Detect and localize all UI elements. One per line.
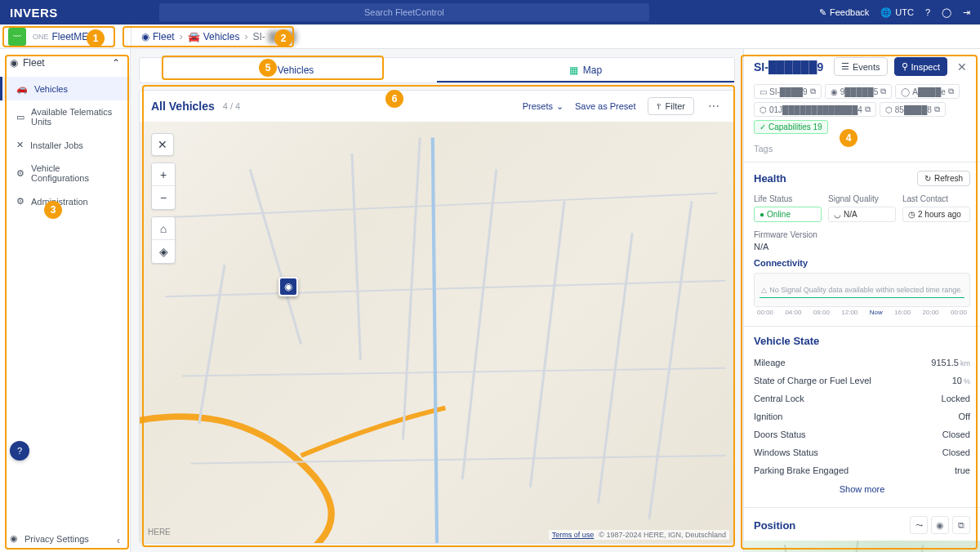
check-icon: ✓ <box>760 122 766 131</box>
connectivity-chart: △No Signal Quality data available within… <box>754 273 970 307</box>
annotation-6: 6 <box>385 90 403 108</box>
tools-icon: ✕ <box>16 140 24 150</box>
minimap[interactable] <box>744 541 980 552</box>
copy-icon[interactable]: ⧉ <box>952 516 970 534</box>
contact-label: Last Contact <box>902 194 970 203</box>
breadcrumb-fleet[interactable]: ◉Fleet <box>141 31 175 42</box>
close-panel-button[interactable]: ✕ <box>954 59 970 75</box>
help-float-button[interactable]: ? <box>10 441 29 461</box>
help-icon[interactable]: ? <box>925 7 930 17</box>
user-icon[interactable]: ◯ <box>942 7 951 18</box>
annotation-4: 4 <box>840 129 858 147</box>
detail-chip[interactable]: ◯A████e⧉ <box>895 84 960 99</box>
layers-button[interactable]: ◈ <box>152 240 175 263</box>
inspect-button[interactable]: ⚲Inspect <box>894 57 947 76</box>
connectivity-title: Connectivity <box>754 258 970 268</box>
sidebar-privacy[interactable]: ◉Privacy Settings <box>0 525 130 552</box>
tags-field[interactable]: Tags <box>744 140 980 162</box>
pin-icon[interactable]: ◉ <box>931 516 949 534</box>
sidebar-collapse[interactable]: ‹ <box>112 534 125 547</box>
zoom-out-button[interactable]: − <box>152 186 175 209</box>
box-icon: ▭ <box>16 112 24 122</box>
tabs: 🏍Vehicles ▦Map <box>139 57 735 83</box>
logo: INVERS <box>10 6 58 20</box>
show-more-button[interactable]: Show more <box>754 479 970 499</box>
globe-icon: 🌐 <box>880 7 892 18</box>
search-icon: ⚲ <box>902 61 908 72</box>
zoom-in-button[interactable]: + <box>152 163 175 186</box>
detail-chip[interactable]: ▭SI-████9⧉ <box>754 84 822 99</box>
annotation-2: 2 <box>274 29 292 47</box>
top-bar: INVERS Search FleetControl ✎Feedback 🌐UT… <box>0 0 980 24</box>
timezone-selector[interactable]: 🌐UTC <box>880 7 914 18</box>
state-row: State of Charge or Fuel Level10% <box>754 372 970 390</box>
sidebar-item-admin[interactable]: ⚙Administration <box>0 189 130 213</box>
filter-icon: ⫯ <box>657 101 662 111</box>
chevron-right-icon: › <box>180 31 183 42</box>
state-row: Windows StatusClosed <box>754 443 970 461</box>
vehicle-icon: 🚘 <box>188 31 200 42</box>
health-title: Health <box>754 172 786 185</box>
tab-map[interactable]: ▦Map <box>437 58 734 82</box>
route-icon[interactable]: ⤳ <box>910 516 928 534</box>
sidebar-item-telematics[interactable]: ▭Available Telematics Units <box>0 100 130 133</box>
terms-link[interactable]: Terms of use <box>552 531 595 539</box>
annotation-5: 5 <box>259 59 277 77</box>
page-title: All Vehicles <box>151 100 215 113</box>
content-panel: All Vehicles 4 / 4 Presets⌄ Save as Pres… <box>139 90 735 544</box>
position-title: Position <box>754 519 795 532</box>
more-menu[interactable]: ⋯ <box>706 100 723 113</box>
dot-icon: ● <box>760 210 764 219</box>
firmware-value: N/A <box>754 242 970 252</box>
breadcrumb-vehicles[interactable]: 🚘Vehicles <box>188 31 240 42</box>
annotation-3: 3 <box>44 201 62 219</box>
map-view[interactable]: ✕ + − ⌂ ◈ ◉ HERE Terms of use© 1987-2024… <box>140 122 734 543</box>
edit-icon: ✎ <box>819 7 826 18</box>
sidebar-section-fleet[interactable]: ◉Fleet ⌃ <box>0 49 130 77</box>
save-preset-button[interactable]: Save as Preset <box>575 101 636 111</box>
refresh-button[interactable]: ↻Refresh <box>917 171 970 186</box>
logout-icon[interactable]: ⇥ <box>963 7 970 18</box>
filter-button[interactable]: ⫯Filter <box>648 97 694 115</box>
state-row: Mileage9151.5km <box>754 354 970 372</box>
chevron-right-icon: › <box>244 31 247 42</box>
signal-value: ◡N/A <box>828 207 896 222</box>
vehicle-count: 4 / 4 <box>223 101 240 111</box>
secondary-bar: 〰 ONE FleetME ⌄ ◉Fleet › 🚘Vehicles › SI-… <box>0 24 980 49</box>
chevron-down-icon: ⌄ <box>556 101 564 112</box>
shield-icon: ◉ <box>10 533 18 544</box>
sidebar-item-config[interactable]: ⚙Vehicle Configurations <box>0 157 130 189</box>
chevron-left-icon: ‹ <box>117 535 120 546</box>
detail-chip[interactable]: ⬡85████8⧉ <box>880 102 946 117</box>
detail-chip[interactable]: ◉9█████5⧉ <box>825 84 893 99</box>
life-status-label: Life Status <box>754 194 822 203</box>
tab-vehicles[interactable]: 🏍Vehicles <box>140 58 437 82</box>
capabilities-chip[interactable]: ✓Capabilities 19 <box>754 120 828 134</box>
fleet-icon: ◉ <box>10 57 18 69</box>
signal-icon: ◡ <box>834 210 841 219</box>
pin-icon: ◉ <box>284 281 292 292</box>
detail-panel: SI-██████9 ☰Events ⚲Inspect ✕ ▭SI-████9⧉… <box>743 49 980 552</box>
detail-chip[interactable]: ⬡01J█████████████4⧉ <box>754 102 876 117</box>
feedback-link[interactable]: ✎Feedback <box>819 7 869 18</box>
vehicle-state-title: Vehicle State <box>754 335 970 347</box>
map-close-button[interactable]: ✕ <box>151 133 174 156</box>
fleet-icon: ◉ <box>141 31 149 42</box>
state-row: Parking Brake Engagedtrue <box>754 461 970 479</box>
life-status-value: ●Online <box>754 207 822 222</box>
app-icon: 〰 <box>8 28 26 46</box>
warning-icon: △ <box>761 286 767 294</box>
detail-title: SI-██████9 <box>754 60 827 73</box>
presets-dropdown[interactable]: Presets⌄ <box>523 101 564 112</box>
state-row: IgnitionOff <box>754 407 970 425</box>
signal-label: Signal Quality <box>828 194 896 203</box>
events-button[interactable]: ☰Events <box>834 57 888 76</box>
refresh-icon: ↻ <box>924 174 931 183</box>
chevron-up-icon: ⌃ <box>112 57 120 69</box>
search-input[interactable]: Search FleetControl <box>159 3 649 21</box>
here-logo: HERE <box>148 528 171 536</box>
vehicle-marker[interactable]: ◉ <box>278 277 298 296</box>
sidebar-item-installer[interactable]: ✕Installer Jobs <box>0 133 130 157</box>
home-button[interactable]: ⌂ <box>152 217 175 240</box>
sidebar-item-vehicles[interactable]: 🚗Vehicles <box>0 77 130 100</box>
